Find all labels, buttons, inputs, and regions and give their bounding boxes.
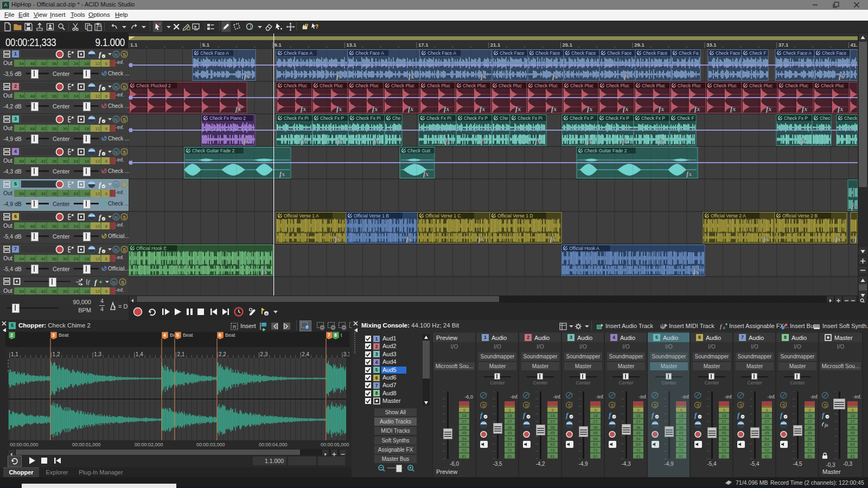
svg-text:f: f (99, 181, 102, 189)
svg-text:27: 27 (550, 419, 554, 424)
svg-text:72: 72 (636, 448, 640, 453)
svg-text:18: 18 (679, 413, 683, 418)
svg-text:18: 18 (462, 413, 466, 418)
svg-text:f: f (88, 279, 91, 285)
svg-text:18: 18 (593, 413, 597, 418)
svg-text:9: 9 (808, 408, 810, 413)
svg-text:00:00:03,000: 00:00:03,000 (196, 442, 225, 447)
svg-text:Beat: Beat (225, 332, 235, 338)
svg-text:fx: fx (301, 138, 307, 145)
svg-text:Check Face A: Check Face A (355, 50, 384, 56)
svg-text:24: 24 (74, 224, 79, 229)
svg-text:= D: = D (118, 303, 127, 310)
svg-text:2.1: 2.1 (177, 351, 184, 357)
svg-text:fx: fx (337, 138, 342, 145)
svg-text:fx: fx (622, 138, 628, 145)
svg-text:fx: fx (335, 235, 340, 243)
svg-text:63: 63 (679, 442, 683, 447)
svg-text:Check Face A: Check Face A (284, 50, 312, 56)
svg-text:45: 45 (850, 431, 854, 435)
svg-text:f: f (523, 411, 526, 419)
svg-text:Check Pluc: Check Pluc (355, 83, 379, 88)
svg-text:5.1: 5.1 (202, 42, 210, 48)
svg-text:42: 42 (41, 191, 46, 196)
svg-text:Beat: Beat (183, 332, 193, 338)
svg-text:2.2: 2.2 (219, 351, 226, 357)
svg-text:f: f (99, 50, 102, 59)
svg-text:Check Fx P: Check Fx P (464, 115, 488, 121)
svg-text:12: 12 (95, 224, 100, 229)
svg-text:36: 36 (462, 425, 466, 430)
svg-text:f: f (99, 115, 102, 124)
svg-text:6: 6 (105, 94, 108, 99)
svg-text:30: 30 (63, 159, 68, 164)
svg-text:18: 18 (85, 126, 90, 131)
svg-text:f: f (822, 411, 825, 419)
svg-text:fx: fx (686, 170, 692, 178)
svg-text:o: o (614, 392, 616, 395)
svg-text:fx: fx (839, 73, 844, 80)
svg-text:f: f (99, 213, 102, 221)
svg-text:fx: fx (481, 73, 486, 80)
svg-text:48: 48 (30, 61, 35, 66)
svg-text:f: f (720, 323, 723, 330)
svg-text:33.1: 33.1 (706, 42, 717, 48)
svg-text:00:00:04,000: 00:00:04,000 (259, 442, 288, 447)
svg-text:Official Verse 1 A: Official Verse 1 A (284, 213, 319, 219)
svg-text:S: S (121, 280, 124, 285)
svg-text:54: 54 (20, 159, 24, 164)
svg-text:5: 5 (176, 332, 179, 338)
svg-text:63: 63 (807, 442, 812, 447)
svg-text:72: 72 (550, 448, 554, 453)
svg-text:o: o (700, 392, 702, 395)
svg-text:36: 36 (593, 425, 597, 430)
svg-text:S: S (782, 403, 786, 408)
svg-text:12: 12 (95, 256, 100, 261)
svg-text:81: 81 (764, 454, 769, 459)
svg-text:36: 36 (850, 425, 854, 430)
svg-text:36: 36 (764, 425, 769, 430)
svg-text:24: 24 (74, 94, 79, 99)
svg-text:72: 72 (679, 448, 683, 453)
svg-text:fx: fx (535, 138, 540, 145)
svg-text:2.4: 2.4 (302, 351, 309, 357)
svg-text:Check Fx P: Check Fx P (320, 115, 344, 121)
svg-text:S: S (824, 403, 827, 408)
svg-text:Check Pluc: Check Pluc (284, 83, 308, 88)
svg-text:fx: fx (802, 105, 807, 113)
svg-text:Check Guit: Check Guit (407, 148, 431, 153)
svg-text:17.1: 17.1 (418, 42, 429, 48)
svg-text:fx: fx (372, 105, 378, 113)
svg-text:00:00:02,000: 00:00:02,000 (135, 442, 163, 447)
svg-text:30: 30 (63, 94, 68, 99)
svg-text:54: 54 (722, 436, 726, 441)
svg-text:o: o (786, 392, 788, 395)
svg-text:37.1: 37.1 (778, 42, 789, 48)
svg-text:f: f (99, 148, 102, 156)
svg-text:Check Face: Check Face (716, 50, 741, 56)
svg-text:63: 63 (550, 442, 554, 447)
svg-text:81: 81 (722, 454, 726, 459)
svg-text:21.1: 21.1 (490, 42, 501, 48)
svg-text:30: 30 (63, 191, 68, 196)
svg-text:12: 12 (95, 159, 100, 164)
svg-text:72: 72 (722, 448, 726, 453)
svg-text:45: 45 (462, 431, 466, 435)
svg-text:18: 18 (85, 289, 90, 294)
svg-text:81: 81 (593, 454, 597, 459)
svg-text:Check F: Check F (677, 115, 694, 121)
svg-text:S: S (123, 182, 126, 188)
svg-text:18: 18 (85, 61, 90, 66)
svg-text:27: 27 (593, 419, 597, 424)
svg-text:!: ! (529, 401, 530, 405)
svg-text:N: N (112, 280, 116, 285)
svg-text:54: 54 (20, 61, 24, 66)
svg-text:42: 42 (41, 289, 46, 294)
svg-text:9: 9 (765, 408, 768, 413)
svg-text:6: 6 (105, 159, 108, 164)
svg-text:Check Fx P: Check Fx P (570, 115, 593, 121)
svg-text:54: 54 (20, 191, 24, 196)
svg-text:Check Pluc: Check Pluc (463, 83, 487, 88)
svg-text:42: 42 (41, 224, 46, 229)
svg-text:45: 45 (679, 431, 683, 435)
